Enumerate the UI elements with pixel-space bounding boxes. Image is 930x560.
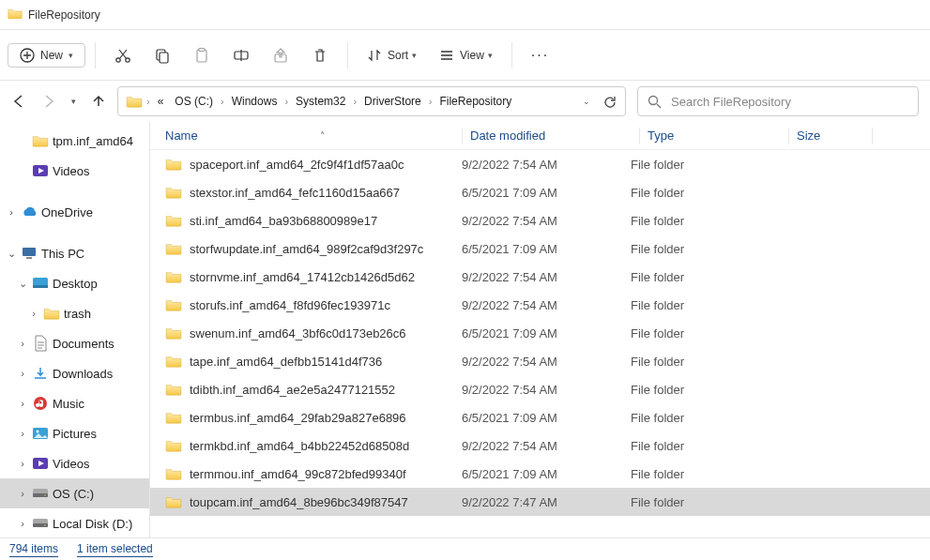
tree-chevron-icon[interactable]: ⌄ <box>6 248 17 260</box>
tree-chevron-icon[interactable]: › <box>17 368 28 379</box>
svg-rect-11 <box>23 248 36 256</box>
tree-chevron-icon[interactable]: › <box>17 488 28 499</box>
recent-dropdown[interactable]: ▾ <box>71 97 76 106</box>
breadcrumb-overflow[interactable]: « <box>154 93 168 110</box>
tree-chevron-icon[interactable]: › <box>17 458 28 469</box>
back-button[interactable] <box>11 94 26 109</box>
file-type: File folder <box>631 355 771 369</box>
cut-button[interactable] <box>105 41 141 69</box>
sidebar-item[interactable]: ›Pictures <box>0 418 149 448</box>
tree-chevron-icon[interactable]: ⌄ <box>17 278 28 290</box>
file-list[interactable]: spaceport.inf_amd64_2fc9f4f1df57aa0c9/2/… <box>150 150 930 537</box>
file-row[interactable]: stornvme.inf_amd64_17412cb1426d5d629/2/2… <box>150 263 930 291</box>
tree-chevron-icon[interactable]: › <box>17 398 28 409</box>
file-date: 9/2/2022 7:54 AM <box>462 214 631 228</box>
file-row[interactable]: tdibth.inf_amd64_ae2e5a24771215529/2/202… <box>150 375 930 403</box>
plus-circle-icon <box>20 48 35 63</box>
search-input[interactable] <box>671 95 908 109</box>
breadcrumb-item[interactable]: FileRepository <box>435 93 515 110</box>
new-button[interactable]: New ▾ <box>8 43 85 68</box>
file-row[interactable]: storufs.inf_amd64_f8fd96fec193971c9/2/20… <box>150 291 930 319</box>
file-row[interactable]: storfwupdate.inf_amd64_989f2caf9d3f297c6… <box>150 235 930 263</box>
sidebar-item[interactable]: ›Downloads <box>0 358 149 388</box>
folder-icon <box>165 298 182 311</box>
sort-label: Sort <box>388 49 408 62</box>
column-date[interactable]: Date modified <box>470 129 639 143</box>
main: tpm.inf_amd64Videos›OneDrive⌄This PC⌄Des… <box>0 122 930 537</box>
file-row[interactable]: toupcam.inf_amd64_8be96bc349f875479/2/20… <box>150 488 930 516</box>
file-row[interactable]: termbus.inf_amd64_29fab29a827e68966/5/20… <box>150 403 930 431</box>
view-button[interactable]: View ▾ <box>430 42 502 68</box>
file-row[interactable]: termmou.inf_amd64_99c872bfed99340f6/5/20… <box>150 460 930 488</box>
refresh-button[interactable] <box>603 95 617 109</box>
breadcrumb-item[interactable]: DriverStore <box>360 93 425 110</box>
tree-chevron-icon[interactable]: › <box>28 308 39 319</box>
svg-point-2 <box>126 57 130 61</box>
file-name: stexstor.inf_amd64_fefc1160d15aa667 <box>190 186 400 200</box>
copy-button[interactable] <box>145 41 180 69</box>
file-row[interactable]: tape.inf_amd64_defbb15141d4f7369/2/2022 … <box>150 347 930 375</box>
more-button[interactable]: ··· <box>522 41 558 69</box>
address-dropdown[interactable]: ⌄ <box>583 97 590 106</box>
up-button[interactable] <box>91 94 106 109</box>
sidebar-item[interactable]: ›Local Disk (D:) <box>0 508 149 537</box>
sidebar-item[interactable]: ⌄Desktop <box>0 268 149 298</box>
scissors-icon <box>114 47 131 64</box>
file-row[interactable]: swenum.inf_amd64_3bf6c0d173eb26c66/5/202… <box>150 319 930 347</box>
file-date: 6/5/2021 7:09 AM <box>462 242 631 256</box>
sidebar-item[interactable]: ›OS (C:) <box>0 478 149 508</box>
downloads-icon <box>32 365 49 382</box>
sidebar-item[interactable]: ›trash <box>0 298 149 328</box>
tree-chevron-icon[interactable]: › <box>6 206 17 218</box>
sidebar-item[interactable]: ›OneDrive <box>0 197 149 227</box>
file-row[interactable]: stexstor.inf_amd64_fefc1160d15aa6676/5/2… <box>150 178 930 206</box>
sidebar-item[interactable]: ›Music <box>0 388 149 418</box>
pictures-icon <box>32 425 49 442</box>
documents-icon <box>32 335 49 352</box>
sidebar-item[interactable]: ›Videos <box>0 448 149 478</box>
file-row[interactable]: spaceport.inf_amd64_2fc9f4f1df57aa0c9/2/… <box>150 150 930 178</box>
breadcrumb-item[interactable]: Windows <box>228 93 282 110</box>
sidebar-item-label: Downloads <box>53 367 113 381</box>
column-name[interactable]: Name˄ <box>165 129 462 143</box>
file-type: File folder <box>631 158 771 172</box>
column-size[interactable]: Size <box>797 129 872 143</box>
sidebar-item[interactable]: Videos <box>0 156 149 186</box>
paste-button[interactable] <box>184 41 220 69</box>
column-type[interactable]: Type <box>648 129 788 143</box>
sidebar-item-label: OS (C:) <box>53 487 94 501</box>
forward-button[interactable] <box>41 94 56 109</box>
address-bar[interactable]: › « OS (C:)›Windows›System32›DriverStore… <box>117 86 626 116</box>
sidebar-item-label: Videos <box>53 457 90 471</box>
copy-icon <box>154 47 171 64</box>
search-bar[interactable] <box>637 86 919 116</box>
delete-button[interactable] <box>302 41 338 69</box>
file-type: File folder <box>631 186 771 200</box>
tree-chevron-icon[interactable]: › <box>17 338 28 349</box>
breadcrumb-item[interactable]: OS (C:) <box>171 93 217 110</box>
tree-chevron-icon[interactable]: › <box>17 518 28 529</box>
breadcrumb-item[interactable]: System32 <box>292 93 349 110</box>
sidebar-item[interactable]: tpm.inf_amd64 <box>0 126 149 156</box>
paste-icon <box>193 47 210 64</box>
toolbar: New ▾ Sort ▾ View ▾ ··· <box>0 30 930 81</box>
chevron-down-icon: ▾ <box>69 51 73 60</box>
chevron-right-icon: › <box>146 96 150 107</box>
selection-count: 1 item selected <box>77 542 153 557</box>
file-row[interactable]: termkbd.inf_amd64_b4bb22452d68508d9/2/20… <box>150 431 930 460</box>
file-name: spaceport.inf_amd64_2fc9f4f1df57aa0c <box>190 158 404 172</box>
rename-button[interactable] <box>223 41 259 69</box>
share-button[interactable] <box>263 41 298 69</box>
svg-rect-12 <box>26 257 32 259</box>
file-name: tdibth.inf_amd64_ae2e5a2477121552 <box>190 383 395 397</box>
file-name: storfwupdate.inf_amd64_989f2caf9d3f297c <box>190 242 423 256</box>
sidebar-item-label: trash <box>64 307 91 321</box>
tree-chevron-icon[interactable]: › <box>17 428 28 439</box>
sort-indicator-icon: ˄ <box>320 130 325 141</box>
sidebar-item[interactable]: ⌄This PC <box>0 238 149 268</box>
folder-icon <box>165 411 182 424</box>
share-icon <box>272 47 289 64</box>
file-row[interactable]: sti.inf_amd64_ba93b68800989e179/2/2022 7… <box>150 206 930 235</box>
sidebar-item[interactable]: ›Documents <box>0 328 149 358</box>
sort-button[interactable]: Sort ▾ <box>358 42 426 68</box>
